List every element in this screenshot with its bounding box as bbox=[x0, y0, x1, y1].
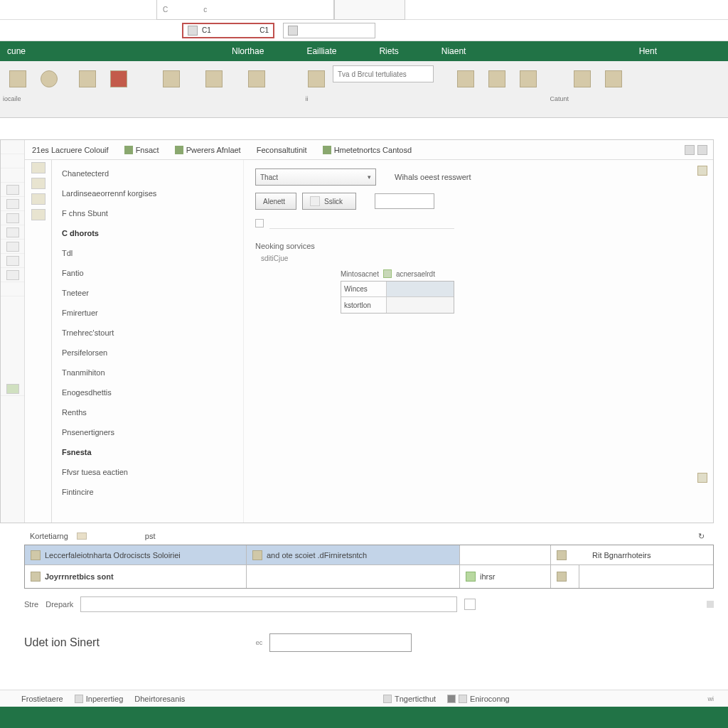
ruler-icon[interactable] bbox=[6, 199, 19, 209]
form-input-1[interactable] bbox=[375, 193, 434, 209]
bar-r2-c2[interactable] bbox=[247, 565, 460, 588]
ribbon-tab-2[interactable]: Riets bbox=[379, 46, 398, 56]
search-right-icon[interactable] bbox=[707, 601, 714, 608]
bar-r1-c2-label: and ote scoiet .dFirniretsntch bbox=[267, 551, 367, 560]
bar-r2-c4b[interactable] bbox=[579, 565, 713, 588]
nav-item-6[interactable]: Tnanmihiton bbox=[59, 366, 243, 379]
status-left-0[interactable]: Frostietaere bbox=[21, 695, 63, 703]
tool-btn-12[interactable] bbox=[567, 65, 597, 92]
panel-mini-icon-2[interactable] bbox=[697, 145, 707, 155]
ruler-icon[interactable] bbox=[6, 213, 19, 223]
ruler-icon[interactable] bbox=[6, 384, 19, 394]
corner-icon-top[interactable] bbox=[697, 166, 707, 176]
ruler-icon[interactable] bbox=[6, 185, 19, 195]
tool-btn-9[interactable] bbox=[451, 65, 481, 92]
bar-header-icon[interactable] bbox=[77, 532, 87, 540]
panel-tab-0-label: 21es Lacruere Colouif bbox=[32, 146, 109, 154]
mt-row-0-cell[interactable] bbox=[387, 282, 454, 296]
panel-mini-icon-1[interactable] bbox=[685, 145, 695, 155]
ribbon-file-label[interactable]: cune bbox=[0, 46, 33, 56]
search-input[interactable] bbox=[80, 596, 457, 612]
tool-btn-8[interactable] bbox=[301, 65, 331, 92]
status-left-1[interactable]: Inperertieg bbox=[75, 695, 124, 703]
ribbon-tab-1[interactable]: Eailliate bbox=[306, 46, 336, 56]
ruler-icon[interactable] bbox=[6, 256, 19, 266]
tool-btn-3[interactable] bbox=[73, 65, 102, 92]
ribbon-tab-3[interactable]: Niaent bbox=[441, 46, 466, 56]
refresh-icon[interactable]: ↻ bbox=[698, 532, 708, 540]
tool-btn-7[interactable] bbox=[236, 65, 277, 92]
nav-top-1[interactable]: Lardinseaeorrennf korgises bbox=[59, 187, 243, 200]
form-small-icon[interactable] bbox=[255, 219, 264, 228]
nav-item-7[interactable]: Enogesdhettis bbox=[59, 386, 243, 399]
nav-item-5[interactable]: Persifelorsen bbox=[59, 346, 243, 359]
status-left-2[interactable]: Dheirtoresanis bbox=[134, 695, 185, 703]
mt-row-0-label: Winces bbox=[341, 282, 387, 296]
ribbon: cune Nlorthae Eailliate Riets Niaent Hen… bbox=[0, 41, 728, 61]
toolbar-search-input[interactable] bbox=[333, 70, 433, 78]
status-center-0[interactable]: Tngerticthut bbox=[383, 695, 436, 703]
toolbar-search[interactable] bbox=[333, 65, 434, 82]
bar-r1-c2[interactable]: and ote scoiet .dFirniretsntch bbox=[247, 545, 460, 564]
bar-r1-c1[interactable]: Leccerfaleiotnharta Odrociscts Soloiriei bbox=[25, 545, 247, 564]
subform-icon[interactable] bbox=[383, 269, 392, 278]
tool-btn-1[interactable] bbox=[3, 65, 33, 92]
nav-item-4[interactable]: Trnehrec'stourt bbox=[59, 326, 243, 339]
ribbon-right-label[interactable]: Hent bbox=[639, 46, 657, 56]
side-mini-icon[interactable] bbox=[31, 209, 46, 220]
tool-btn-13[interactable] bbox=[599, 65, 628, 92]
tool-btn-2[interactable] bbox=[34, 65, 64, 92]
nav-top-0[interactable]: Chanetecterd bbox=[59, 167, 243, 180]
ribbon-tab-0[interactable]: Nlorthae bbox=[232, 46, 264, 56]
form-btn-2[interactable]: Sslick bbox=[302, 193, 356, 210]
panel-tab-0[interactable]: 21es Lacruere Colouif bbox=[31, 143, 110, 157]
panel-tab-2[interactable]: Pwerers Afnlaet bbox=[173, 143, 242, 157]
tool-btn-6[interactable] bbox=[193, 65, 235, 92]
nav-item-0[interactable]: Tdl bbox=[59, 247, 243, 259]
ruler-icon[interactable] bbox=[6, 228, 19, 237]
tool-btn-10[interactable] bbox=[482, 65, 512, 92]
mt-row-1-cell[interactable] bbox=[387, 297, 454, 313]
bar-r2-c3[interactable]: ihrsr bbox=[460, 565, 551, 588]
subtab-2[interactable] bbox=[283, 23, 375, 38]
subtab-1[interactable]: C1 C1 bbox=[182, 23, 274, 38]
tool-btn-4[interactable] bbox=[104, 65, 134, 92]
side-mini-icon[interactable] bbox=[31, 162, 46, 173]
location-input[interactable] bbox=[269, 633, 412, 652]
panel-tab-3[interactable]: Feconsaltutinit bbox=[255, 143, 309, 157]
cell-icon bbox=[252, 550, 262, 560]
bar-r1-c3[interactable] bbox=[460, 545, 551, 564]
nav-item-2[interactable]: Tneteer bbox=[59, 287, 243, 299]
side-mini-icon[interactable] bbox=[31, 178, 46, 189]
titlebar-tab-1[interactable]: C c bbox=[156, 0, 334, 20]
titlebar-tab-1-label-a: C bbox=[163, 6, 168, 14]
ruler-icon[interactable] bbox=[6, 270, 19, 280]
status-icon bbox=[459, 695, 467, 703]
bar-r1-c4[interactable]: Rit Bgnarrhoteirs bbox=[551, 545, 713, 564]
nav-item-9[interactable]: Pnsenertigners bbox=[59, 426, 243, 439]
ruler-icon[interactable] bbox=[6, 242, 19, 252]
nav-top-2[interactable]: F chns Sbunt bbox=[59, 207, 243, 220]
form-dropdown-1[interactable]: Thact bbox=[255, 168, 376, 186]
tool-btn-5[interactable] bbox=[151, 65, 192, 92]
tool-btn-11[interactable] bbox=[513, 65, 543, 92]
corner-icon-bottom[interactable] bbox=[697, 473, 707, 483]
form-btn-2-label: Sslick bbox=[324, 198, 343, 205]
titlebar-tab-2[interactable] bbox=[334, 0, 405, 20]
left-ruler bbox=[1, 140, 25, 523]
nav-item-3[interactable]: Fmirertuer bbox=[59, 306, 243, 319]
bar-r2-c1[interactable]: Joyrrnretbics sont bbox=[25, 565, 247, 588]
panel-tab-1[interactable]: Fnsact bbox=[123, 143, 161, 157]
generic-icon bbox=[205, 70, 223, 87]
bar-r2-c4a[interactable] bbox=[551, 565, 579, 588]
form-btn-1[interactable]: Alenett bbox=[255, 193, 296, 210]
status-center-1[interactable]: Eniroconng bbox=[447, 695, 510, 703]
side-mini-icon[interactable] bbox=[31, 193, 46, 205]
panel-tab-4[interactable]: Hmetetnortcs Cantosd bbox=[321, 143, 413, 157]
nav-item-1[interactable]: Fantio bbox=[59, 267, 243, 279]
search-icon[interactable] bbox=[464, 599, 476, 610]
nav-bottom-0[interactable]: Ffvsr tuesa eactien bbox=[59, 466, 243, 478]
btn-icon bbox=[310, 196, 320, 206]
nav-item-8[interactable]: Renths bbox=[59, 406, 243, 419]
nav-bottom-1[interactable]: Fintincire bbox=[59, 486, 243, 498]
